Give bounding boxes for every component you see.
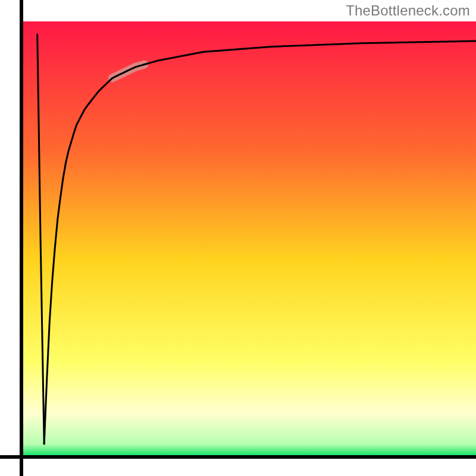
plot-background <box>21 21 476 457</box>
bottleneck-chart <box>0 0 476 476</box>
chart-container: TheBottleneck.com <box>0 0 476 476</box>
watermark-text: TheBottleneck.com <box>346 2 470 19</box>
